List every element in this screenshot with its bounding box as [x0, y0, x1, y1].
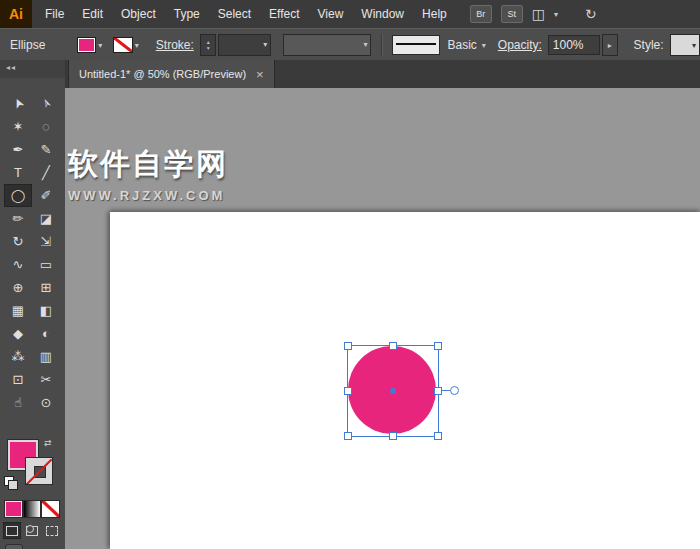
watermark-title: 软件自学网 — [68, 144, 228, 185]
selection-handle-s[interactable] — [389, 432, 397, 440]
menu-select[interactable]: Select — [209, 0, 260, 28]
menu-object[interactable]: Object — [112, 0, 165, 28]
magic-wand-tool[interactable]: ✶ — [4, 115, 32, 138]
sync-icon[interactable]: ↻ — [585, 6, 597, 22]
perspective-grid-tool[interactable]: ⊞ — [32, 276, 60, 299]
curvature-tool[interactable]: ✎ — [32, 138, 60, 161]
mesh-tool[interactable]: ▦ — [4, 299, 32, 322]
draw-normal-icon — [6, 526, 18, 536]
document-tab[interactable]: Untitled-1* @ 50% (RGB/Preview) × — [68, 60, 275, 88]
stroke-dropdown-icon[interactable]: ▾ — [135, 41, 139, 50]
draw-inside-button[interactable] — [43, 522, 61, 539]
graphic-style-dropdown[interactable]: ▾ — [670, 34, 700, 56]
brush-stroke-preview — [392, 35, 440, 55]
selection-tool[interactable]: ➤ — [4, 92, 32, 115]
draw-behind-icon — [26, 525, 34, 533]
gradient-tool[interactable]: ◧ — [32, 299, 60, 322]
selection-handle-w[interactable] — [344, 387, 352, 395]
line-segment-tool[interactable]: ╱ — [32, 161, 60, 184]
paint-mode-buttons — [4, 500, 60, 518]
rotate-tool[interactable]: ↻ — [4, 230, 32, 253]
zoom-tool[interactable]: ⊙ — [32, 391, 60, 414]
tab-close-icon[interactable]: × — [256, 68, 264, 81]
width-tool[interactable]: ∿ — [4, 253, 32, 276]
document-tab-bar: Untitled-1* @ 50% (RGB/Preview) × — [65, 60, 700, 89]
style-dropdown-icon: ▾ — [692, 41, 696, 50]
opacity-panel-link[interactable]: Opacity: — [498, 38, 542, 52]
pen-tool[interactable]: ✒ — [4, 138, 32, 161]
stroke-weight-dropdown-icon: ▾ — [263, 40, 267, 49]
screen-mode-button[interactable] — [5, 544, 23, 549]
menu-window[interactable]: Window — [352, 0, 413, 28]
stroke-none-slash — [26, 459, 52, 484]
bridge-button[interactable]: Br — [470, 5, 492, 23]
slice-tool[interactable]: ✂ — [32, 368, 60, 391]
stroke-color-swatch[interactable] — [113, 37, 133, 53]
default-stroke-square — [8, 480, 18, 490]
direct-selection-tool[interactable]: ➢ — [32, 92, 60, 115]
stroke-weight-combo[interactable]: ▾ — [218, 34, 271, 56]
lasso-tool[interactable]: ◌ — [32, 115, 60, 138]
selection-bounding-box[interactable] — [347, 345, 439, 437]
swap-fill-stroke-icon[interactable]: ⇄ — [44, 438, 52, 448]
brush-stroke-line — [396, 43, 436, 45]
paintbrush-tool[interactable]: ✐ — [32, 184, 60, 207]
workspace-dropdown-icon[interactable]: ▾ — [554, 10, 558, 19]
stroke-panel-link[interactable]: Stroke: — [156, 38, 194, 52]
menu-view[interactable]: View — [309, 0, 353, 28]
fill-dropdown-icon[interactable]: ▾ — [98, 41, 102, 50]
brush-dropdown-icon: ▾ — [482, 41, 486, 50]
ellipse-tool[interactable]: ◯ — [4, 184, 32, 207]
menubar-right-cluster: Br St ◫ ▾ ↻ — [470, 5, 597, 23]
selection-handle-ne[interactable] — [434, 342, 442, 350]
canvas-area[interactable]: 软件自学网 WWW.RJZXW.COM — [65, 88, 700, 549]
color-button[interactable] — [4, 500, 23, 518]
selection-handle-nw[interactable] — [344, 342, 352, 350]
scale-tool[interactable]: ⇲ — [32, 230, 60, 253]
brush-definition-dropdown[interactable]: Basic ▾ — [392, 35, 485, 55]
blend-tool[interactable]: ◐ — [32, 322, 60, 345]
shape-center-point[interactable] — [390, 388, 396, 394]
variable-width-profile-combo[interactable]: ▾ — [283, 34, 371, 56]
opacity-input[interactable] — [548, 35, 600, 55]
selection-handle-n[interactable] — [389, 342, 397, 350]
menu-file[interactable]: File — [36, 0, 73, 28]
menu-type[interactable]: Type — [165, 0, 209, 28]
type-tool[interactable]: T — [4, 161, 32, 184]
opacity-flyout-button[interactable]: ▸ — [602, 34, 618, 56]
stroke-proxy-swatch[interactable] — [26, 458, 52, 484]
stock-button[interactable]: St — [501, 5, 523, 23]
eyedropper-tool[interactable]: ◆ — [4, 322, 32, 345]
column-graph-tool[interactable]: ▥ — [32, 345, 60, 368]
brush-definition-name: Basic — [447, 38, 476, 52]
width-profile-dropdown-icon: ▾ — [363, 40, 367, 49]
selection-handle-e[interactable] — [434, 387, 442, 395]
style-label: Style: — [634, 38, 664, 52]
tools-panel-collapse-icon[interactable]: ◂◂ — [0, 60, 65, 78]
menu-edit[interactable]: Edit — [73, 0, 112, 28]
menu-help[interactable]: Help — [413, 0, 456, 28]
pencil-tool[interactable]: ✏ — [4, 207, 32, 230]
artboard-tool[interactable]: ⊡ — [4, 368, 32, 391]
hand-tool[interactable]: ☝ — [4, 391, 32, 414]
default-fill-stroke-icon[interactable] — [4, 476, 18, 490]
symbol-sprayer-tool[interactable]: ⁂ — [4, 345, 32, 368]
draw-normal-button[interactable] — [3, 522, 21, 539]
fill-color-swatch[interactable] — [77, 37, 97, 53]
spinner-up-icon[interactable]: ▲ — [206, 40, 211, 45]
selection-handle-sw[interactable] — [344, 432, 352, 440]
shape-builder-tool[interactable]: ⊕ — [4, 276, 32, 299]
spinner-down-icon[interactable]: ▼ — [206, 46, 211, 51]
eraser-tool[interactable]: ◪ — [32, 207, 60, 230]
live-shape-handle[interactable] — [450, 386, 459, 395]
draw-behind-button[interactable] — [23, 522, 41, 539]
workspace-switcher-icon[interactable]: ◫ — [532, 7, 545, 21]
free-transform-tool[interactable]: ▭ — [32, 253, 60, 276]
gradient-button[interactable] — [23, 500, 42, 518]
menu-bar: Ai FileEditObjectTypeSelectEffectViewWin… — [0, 0, 700, 29]
stroke-weight-stepper[interactable]: ▲ ▼ — [200, 34, 217, 56]
selection-handle-se[interactable] — [434, 432, 442, 440]
menu-effect[interactable]: Effect — [260, 0, 308, 28]
draw-mode-buttons — [3, 522, 61, 539]
none-button[interactable] — [41, 500, 60, 518]
